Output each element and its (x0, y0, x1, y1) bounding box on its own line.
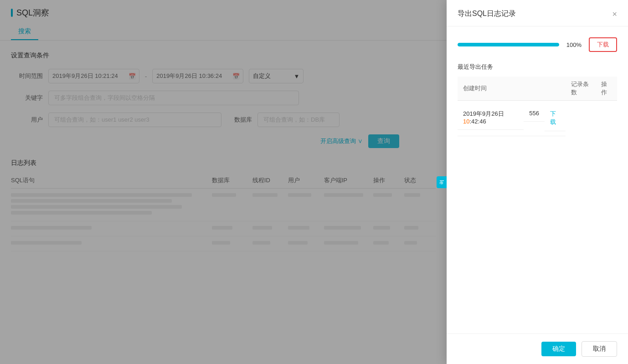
download-button[interactable]: 下载 (589, 37, 617, 52)
recent-tasks-title: 最近导出任务 (458, 63, 617, 71)
table-head: 创建时间 记录条数 操作 (458, 77, 617, 101)
recent-tasks-table: 创建时间 记录条数 操作 2019年9月26日 10:42:46 556 下载 (458, 77, 617, 136)
modal-overlay (0, 0, 447, 364)
cancel-button[interactable]: 取消 (582, 341, 617, 357)
export-modal: 导出SQL日志记录 × 100% 下载 最近导出任务 创建时间 记录条数 操作 (447, 0, 628, 364)
close-icon[interactable]: × (612, 10, 617, 18)
col-action: 操作 (596, 77, 617, 101)
confirm-button[interactable]: 确定 (541, 342, 576, 356)
task-records: 556 (524, 105, 545, 122)
time-suffix: :42:46 (469, 118, 486, 125)
modal-header: 导出SQL日志记录 × (447, 0, 628, 26)
col-create-time: 创建时间 (458, 77, 566, 101)
col-records: 记录条数 (566, 77, 596, 101)
table-body: 2019年9月26日 10:42:46 556 下载 (458, 101, 617, 137)
progress-bar-container (458, 43, 559, 46)
modal-footer: 确定 取消 (447, 333, 628, 364)
task-row: 2019年9月26日 10:42:46 556 下载 (458, 101, 566, 136)
modal-title: 导出SQL日志记录 (458, 9, 516, 19)
modal-body: 100% 下载 最近导出任务 创建时间 记录条数 操作 2019年9月26日 1… (447, 26, 628, 333)
progress-bar-fill (458, 43, 559, 46)
time-highlight: 10 (463, 118, 469, 125)
progress-section: 100% 下载 (458, 37, 617, 52)
task-download-link[interactable]: 下载 (550, 110, 556, 125)
task-action: 下载 (545, 105, 566, 131)
progress-percent: 100% (566, 41, 582, 48)
task-create-time: 2019年9月26日 10:42:46 (458, 105, 524, 130)
time-prefix: 2019年9月26日 (463, 110, 504, 117)
feedback-tab[interactable]: Ie (437, 176, 447, 188)
table-header-row: 创建时间 记录条数 操作 (458, 77, 617, 101)
